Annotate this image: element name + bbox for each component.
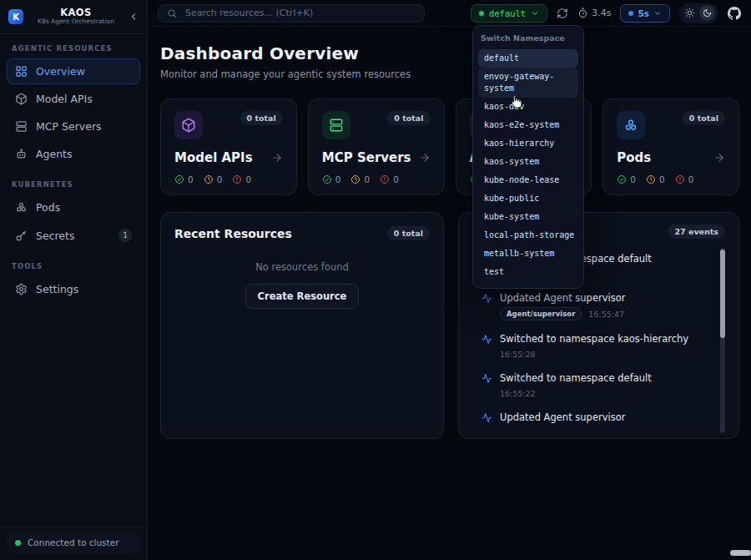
namespace-option-default[interactable]: default: [478, 49, 578, 68]
events-count-badge: 27 events: [668, 225, 725, 239]
check-circle-icon: [174, 174, 184, 184]
sidebar-header: K KAOS K8s Agent Orchestration: [0, 0, 147, 34]
gear-icon: [15, 283, 28, 295]
section-label-agentic-resources: AGENTIC RESOURCES: [12, 44, 135, 53]
server-icon: [15, 120, 28, 133]
namespace-option-kube-system[interactable]: kube-system: [478, 208, 578, 226]
sidebar: K KAOS K8s Agent Orchestration AGENTIC R…: [0, 0, 148, 560]
key-icon: [15, 230, 28, 242]
event-time: 16:55:47: [588, 310, 624, 319]
sidebar-item-agents[interactable]: Agents: [7, 141, 140, 167]
arrow-right-icon: [419, 152, 431, 164]
stat-card-title: Pods: [617, 150, 651, 165]
check-circle-icon: [322, 174, 332, 184]
activity-scrollbar-thumb[interactable]: [720, 250, 725, 338]
page-subtitle: Monitor and manage your agentic system r…: [160, 68, 739, 80]
sun-icon: [684, 8, 695, 18]
main-area: default 3.4s: [148, 0, 751, 560]
collapse-sidebar-button[interactable]: [129, 12, 139, 22]
search-icon: [167, 8, 177, 18]
bottom-cards-row: Recent Resources 0 total No resources fo…: [160, 212, 739, 439]
total-badge: 0 total: [387, 111, 430, 125]
chevron-down-icon: [531, 9, 539, 18]
sidebar-item-model-apis[interactable]: Model APIs: [7, 86, 140, 112]
grid-icon: [15, 65, 28, 78]
sidebar-item-label: Agents: [36, 148, 73, 160]
section-label-tools: TOOLS: [12, 262, 135, 270]
namespace-option-kaos-dev[interactable]: kaos-dev: [478, 98, 578, 116]
dashboard-content: Dashboard Overview Monitor and manage yo…: [148, 27, 751, 439]
total-badge: 0 total: [387, 226, 430, 240]
topbar-controls: default 3.4s: [471, 3, 741, 23]
sidebar-item-pods[interactable]: Pods: [7, 194, 140, 220]
namespace-option-envoy-gateway-system[interactable]: envoy-gateway-system: [478, 68, 578, 98]
cluster-status: Connected to cluster: [7, 532, 140, 553]
chevron-down-icon: [653, 9, 662, 18]
namespace-selector-button[interactable]: default: [471, 4, 547, 23]
cube-icon: [174, 111, 203, 139]
refresh-icon: [557, 8, 568, 19]
search-box[interactable]: [158, 4, 425, 23]
sidebar-item-overview[interactable]: Overview: [7, 58, 140, 84]
light-mode-button[interactable]: [683, 8, 697, 18]
namespace-option-kaos-system[interactable]: kaos-system: [478, 153, 578, 171]
stat-card-model-apis[interactable]: 0 total Model APIs 0 0 0: [160, 98, 297, 195]
page-title: Dashboard Overview: [160, 43, 739, 63]
refresh-button[interactable]: [557, 8, 568, 19]
secrets-count-badge: 1: [118, 229, 132, 242]
namespace-option-kaos-hierarchy[interactable]: kaos-hierarchy: [478, 134, 578, 153]
dark-mode-button[interactable]: [699, 5, 715, 21]
sidebar-item-label: Settings: [36, 283, 78, 295]
empty-state-text: No resources found: [255, 261, 349, 273]
namespace-option-kaos-e2e-system[interactable]: kaos-e2e-system: [478, 116, 578, 134]
clock-icon: [646, 174, 656, 184]
namespace-option-kube-public[interactable]: kube-public: [478, 189, 578, 208]
event-title: Switched to namespace kaos-hierarchy: [500, 333, 688, 345]
namespace-option-local-path-storage[interactable]: local-path-storage: [478, 226, 578, 245]
arrow-right-icon: [713, 152, 725, 164]
topbar: default 3.4s: [148, 0, 751, 27]
sidebar-item-mcp-servers[interactable]: MCP Servers: [7, 114, 140, 139]
namespace-option-test[interactable]: test: [478, 263, 578, 281]
event-item: Updated Agent supervisor: [481, 411, 725, 426]
app-subtitle: K8s Agent Orchestration: [29, 18, 123, 26]
package-icon: [15, 93, 28, 105]
latency-value: 3.4s: [592, 8, 611, 18]
event-item: Switched to namespace kaos-hierarchy 16:…: [481, 333, 725, 360]
sidebar-footer: Connected to cluster: [0, 527, 147, 560]
activity-scrollbar[interactable]: [720, 248, 725, 433]
clock-icon: [350, 174, 360, 184]
event-title: Updated Agent supervisor: [500, 292, 625, 304]
event-title: Updated Agent supervisor: [500, 411, 625, 423]
create-resource-button[interactable]: Create Resource: [245, 284, 360, 309]
pods-icon: [15, 201, 28, 214]
cluster-status-label: Connected to cluster: [28, 537, 118, 547]
stat-card-title: Model APIs: [174, 150, 253, 165]
check-circle-icon: [617, 174, 627, 184]
namespace-selected-label: default: [489, 8, 526, 18]
event-item: Updated Agent supervisor Agent/superviso…: [481, 292, 725, 320]
sidebar-item-secrets[interactable]: Secrets 1: [7, 222, 140, 249]
stat-card-pods[interactable]: 0 total Pods 0 0 0: [602, 98, 739, 195]
alert-circle-icon: [232, 174, 242, 184]
namespace-dropdown: Switch Namespace default envoy-gateway-s…: [472, 25, 584, 289]
stat-card-mcp-servers[interactable]: 0 total MCP Servers 0 0 0: [308, 98, 445, 195]
pending-count: 0: [364, 174, 370, 184]
sidebar-item-label: Overview: [36, 65, 85, 78]
stat-cards-row: 0 total Model APIs 0 0 0: [160, 98, 739, 195]
status-dot-icon: [15, 540, 21, 546]
github-link[interactable]: [728, 7, 741, 20]
sidebar-item-settings[interactable]: Settings: [7, 276, 140, 302]
refresh-interval-button[interactable]: 5s: [620, 4, 670, 23]
ok-count: 0: [630, 174, 636, 184]
namespace-option-kube-node-lease[interactable]: kube-node-lease: [478, 171, 578, 189]
empty-state: No resources found Create Resource: [161, 261, 443, 309]
bot-icon: [15, 148, 28, 160]
horizontal-scrollbar-thumb[interactable]: [730, 550, 751, 556]
section-label-kubernetes: KUBERNETES: [12, 180, 135, 189]
namespace-option-metallb-system[interactable]: metallb-system: [478, 245, 578, 263]
search-input[interactable]: [184, 7, 416, 19]
server-icon: [322, 111, 350, 139]
event-resource-badge: Agent/supervisor: [500, 307, 582, 320]
ok-count: 0: [335, 174, 341, 184]
